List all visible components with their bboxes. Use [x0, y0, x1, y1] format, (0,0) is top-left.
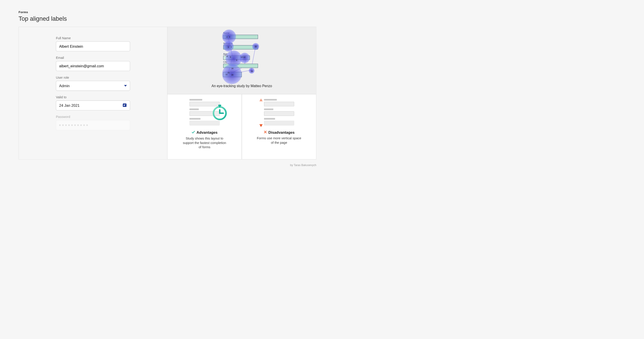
eye-tracking-heatmap: Name Surname Age City: [223, 32, 260, 80]
field-email: Email: [56, 56, 130, 71]
password-dot: [86, 124, 88, 126]
heatmap-label-age: Age: [223, 53, 250, 55]
advantages-title: Advantages: [191, 130, 218, 135]
fixation-number: 21: [228, 72, 230, 74]
heatmap-field: [223, 35, 258, 39]
fixation-number: 20: [231, 74, 233, 76]
example-form-panel: Full Name Email User role: [19, 27, 168, 159]
stopwatch-icon: [211, 104, 228, 121]
input-email-control[interactable]: [59, 64, 127, 68]
study-caption: An eye-tracking study by Matteo Penzo: [212, 84, 272, 88]
heatmap-label-surname: Surname: [223, 42, 258, 45]
page-title: Top aligned labels: [18, 15, 316, 22]
input-email[interactable]: [56, 61, 130, 71]
label-password: Password: [56, 115, 130, 119]
heatmap-label-name: Name: [223, 32, 258, 34]
attribution: by Taras Bakusevych: [18, 163, 316, 167]
input-validto[interactable]: 24 Jan 2021: [56, 100, 130, 111]
check-icon: [191, 130, 195, 135]
fixation-number: 7: [231, 46, 232, 48]
fixation-number: 11: [226, 73, 228, 75]
input-password[interactable]: [56, 120, 130, 130]
input-fullname-control[interactable]: [59, 44, 127, 48]
password-dot: [83, 124, 85, 126]
section-eyebrow: Forms: [18, 10, 316, 14]
select-userrole[interactable]: Admin: [56, 81, 130, 91]
password-dot: [71, 124, 73, 126]
mini-form-illustration: [264, 99, 294, 127]
heatmap-field: [223, 64, 258, 68]
calendar-icon: [122, 103, 127, 108]
password-dot: [62, 124, 64, 126]
svg-marker-10: [259, 124, 263, 127]
password-dot: [77, 124, 79, 126]
input-fullname[interactable]: [56, 41, 130, 51]
fixation-number: 12-14: [240, 56, 245, 58]
svg-rect-7: [219, 106, 220, 107]
fixation-number: 6: [236, 59, 237, 61]
fixation-number: 19: [251, 70, 253, 72]
fixation-number: 22: [255, 46, 257, 48]
disadvantages-body: Forms use more vertical space of the pag…: [256, 136, 302, 145]
fixation-number: 8: [227, 55, 228, 57]
select-userrole-value: Admin: [59, 84, 70, 88]
svg-marker-9: [259, 98, 263, 101]
fixation-number: 18: [231, 67, 233, 69]
eye-tracking-panel: Name Surname Age City: [168, 27, 316, 94]
password-dot: [59, 124, 61, 126]
fixation-number: 3: [229, 36, 230, 38]
advantages-panel: Advantages Study shows this layout to su…: [168, 94, 242, 159]
disadvantages-panel: Disadvantages Forms use more vertical sp…: [242, 94, 316, 159]
mini-form-illustration: [189, 99, 220, 127]
advantages-body: Study shows this layout to support the f…: [181, 136, 228, 149]
field-fullname: Full Name: [56, 36, 130, 51]
fixation-number: 5: [228, 46, 229, 48]
password-dot: [68, 124, 70, 126]
field-password: Password: [56, 115, 130, 130]
password-dot: [74, 124, 76, 126]
label-validto: Valid to: [56, 95, 130, 99]
x-icon: [264, 130, 267, 135]
disadvantages-title: Disadvantages: [264, 130, 294, 135]
label-userrole: User role: [56, 76, 130, 80]
chevron-down-icon: [124, 85, 127, 86]
svg-rect-2: [125, 105, 126, 106]
disadvantages-title-text: Disadvantages: [268, 130, 294, 135]
heatmap-label-city: City: [223, 61, 258, 63]
label-fullname: Full Name: [56, 36, 130, 40]
input-validto-value: 24 Jan 2021: [59, 103, 80, 108]
password-dot: [80, 124, 82, 126]
label-email: Email: [56, 56, 130, 60]
fixation-number: 9: [230, 56, 231, 58]
vertical-arrow-icon: [258, 98, 264, 128]
example-panels: Full Name Email User role: [18, 27, 316, 159]
field-userrole: User role Admin: [56, 76, 130, 91]
password-dot: [65, 124, 67, 126]
field-validto: Valid to 24 Jan 2021: [56, 95, 130, 111]
fixation-number: 4: [226, 36, 228, 38]
advantages-title-text: Advantages: [196, 130, 218, 135]
